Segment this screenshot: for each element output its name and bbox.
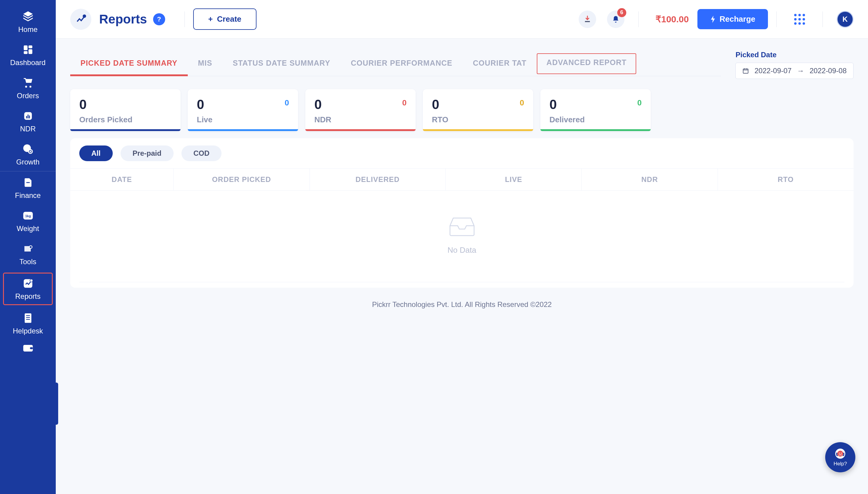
support-icon	[834, 448, 846, 460]
divider	[776, 12, 777, 27]
sidebar-item-home[interactable]: Home	[0, 5, 56, 39]
sidebar-item-helpdesk[interactable]: Helpdesk	[0, 307, 56, 340]
stat-subvalue: 0	[520, 98, 524, 108]
wallet-icon	[22, 342, 34, 355]
tabs-row: PICKED DATE SUMMARY MIS STATUS DATE SUMM…	[70, 51, 853, 79]
recharge-button[interactable]: Recharge	[697, 9, 768, 29]
svg-rect-6	[27, 114, 28, 118]
sidebar-item-label: Growth	[16, 158, 39, 166]
sidebar-item-ndr[interactable]: NDR	[0, 105, 56, 138]
apps-button[interactable]	[794, 14, 805, 25]
arrow-right-icon: →	[797, 66, 804, 75]
date-picker-section: Picked Date 2022-09-07 → 2022-09-08	[735, 51, 853, 79]
content: PICKED DATE SUMMARY MIS STATUS DATE SUMM…	[56, 39, 868, 494]
chart-icon	[22, 110, 34, 122]
page-icon	[70, 9, 91, 30]
download-button[interactable]	[579, 11, 596, 28]
tab-courier-tat[interactable]: COURIER TAT	[463, 53, 537, 76]
sidebar-item-label: Orders	[17, 92, 39, 100]
sidebar-item-orders[interactable]: Orders	[0, 72, 56, 105]
helpdesk-icon	[22, 312, 34, 324]
stat-live[interactable]: 0 0 Live	[188, 89, 298, 131]
layers-icon	[22, 10, 34, 23]
svg-rect-2	[28, 49, 32, 54]
data-panel: All Pre-paid COD DATE ORDER PICKED DELIV…	[70, 138, 853, 288]
sidebar-item-reports[interactable]: Reports	[3, 272, 53, 305]
tab-mis[interactable]: MIS	[188, 53, 222, 76]
divider	[184, 12, 185, 27]
empty-state: No Data	[70, 191, 853, 282]
svg-rect-3	[23, 51, 27, 54]
svg-point-27	[841, 453, 842, 454]
date-to: 2022-09-08	[810, 66, 847, 75]
svg-rect-0	[23, 45, 27, 50]
stat-orders-picked[interactable]: 0 Orders Picked	[70, 89, 181, 131]
calendar-icon	[742, 68, 749, 74]
pill-prepaid[interactable]: Pre-paid	[121, 146, 173, 161]
stat-value: 0	[314, 97, 407, 112]
divider	[823, 12, 823, 27]
sidebar-item-label: NDR	[20, 125, 36, 133]
date-from: 2022-09-07	[754, 66, 791, 75]
tab-status-date-summary[interactable]: STATUS DATE SUMMARY	[222, 53, 340, 76]
stat-subvalue: 0	[638, 98, 642, 108]
tab-picked-date-summary[interactable]: PICKED DATE SUMMARY	[70, 53, 188, 76]
sidebar-item-weight[interactable]: 1kg Weight	[0, 205, 56, 238]
stat-label: RTO	[432, 115, 524, 125]
main-area: Reports ? +Create 6 ₹100.00 Recharge K P…	[56, 0, 868, 494]
table-header: DATE ORDER PICKED DELIVERED LIVE NDR RTO	[70, 168, 853, 191]
svg-rect-23	[743, 69, 749, 74]
sidebar-item-dashboard[interactable]: Dashboard	[0, 39, 56, 72]
sidebar-item-label: Weight	[17, 224, 39, 233]
document-icon	[22, 176, 34, 189]
stat-delivered[interactable]: 0 0 Delivered	[540, 89, 651, 131]
stat-value: 0	[197, 97, 289, 112]
svg-rect-1	[28, 45, 32, 49]
tab-courier-performance[interactable]: COURIER PERFORMANCE	[340, 53, 463, 76]
sidebar-item-growth[interactable]: Growth	[0, 138, 56, 171]
growth-icon	[22, 143, 34, 155]
bolt-icon	[710, 16, 716, 23]
svg-point-22	[83, 15, 86, 17]
stat-label: Orders Picked	[79, 115, 171, 125]
stat-ndr[interactable]: 0 0 NDR	[305, 89, 415, 131]
col-ndr: NDR	[582, 169, 718, 190]
stat-rto[interactable]: 0 0 RTO	[423, 89, 533, 131]
avatar[interactable]: K	[837, 11, 853, 28]
create-button[interactable]: +Create	[193, 8, 257, 30]
svg-point-13	[29, 246, 32, 248]
sidebar-item-label: Dashboard	[10, 58, 45, 67]
empty-text: No Data	[447, 246, 476, 255]
sidebar-item-tools[interactable]: Tools	[0, 238, 56, 271]
sidebar-item-more[interactable]	[0, 340, 56, 362]
header: Reports ? +Create 6 ₹100.00 Recharge K	[56, 0, 868, 39]
sidebar-item-finance[interactable]: Finance	[0, 171, 56, 205]
reports-icon	[22, 277, 34, 290]
bell-icon	[612, 15, 620, 23]
col-live: LIVE	[446, 169, 582, 190]
help-fab[interactable]: Help?	[825, 442, 855, 472]
col-order-picked: ORDER PICKED	[173, 169, 310, 190]
col-rto: RTO	[718, 169, 853, 190]
notification-count: 6	[617, 8, 626, 17]
date-picker-label: Picked Date	[735, 51, 853, 59]
sidebar-item-label: Reports	[15, 292, 40, 301]
stat-label: Live	[197, 115, 289, 125]
svg-rect-19	[26, 319, 30, 320]
tab-advanced-report[interactable]: ADVANCED REPORT	[537, 53, 636, 74]
stat-label: NDR	[314, 115, 407, 125]
svg-rect-5	[26, 116, 27, 118]
notifications-button[interactable]: 6	[607, 11, 625, 28]
svg-rect-7	[29, 115, 30, 118]
col-date: DATE	[70, 169, 173, 190]
divider	[638, 12, 639, 27]
date-range-picker[interactable]: 2022-09-07 → 2022-09-08	[735, 63, 853, 79]
create-label: Create	[217, 15, 241, 24]
tools-icon	[22, 243, 34, 255]
pill-all[interactable]: All	[79, 146, 113, 161]
sidebar-item-label: Helpdesk	[13, 327, 43, 335]
stat-subvalue: 0	[285, 98, 289, 108]
pill-cod[interactable]: COD	[181, 146, 222, 161]
help-badge[interactable]: ?	[153, 13, 165, 25]
svg-text:1kg: 1kg	[25, 214, 31, 218]
